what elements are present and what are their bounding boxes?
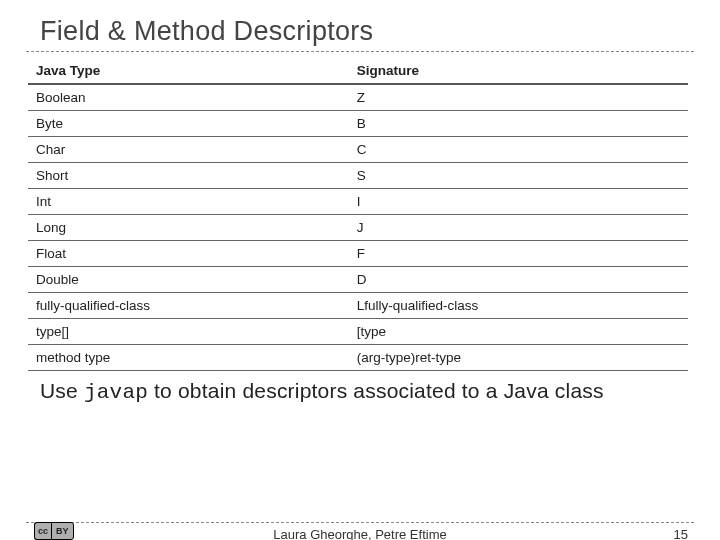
table-row: LongJ <box>28 215 688 241</box>
caption-suffix: to obtain descriptors associated to a Ja… <box>148 379 604 402</box>
caption: Use javap to obtain descriptors associat… <box>40 379 720 404</box>
col-java-type: Java Type <box>28 58 349 84</box>
table-row: ByteB <box>28 111 688 137</box>
footer-divider <box>26 522 694 523</box>
caption-code: javap <box>84 381 148 404</box>
table-row: DoubleD <box>28 267 688 293</box>
table-row: method type(arg-type)ret-type <box>28 345 688 371</box>
slide-title: Field & Method Descriptors <box>40 16 720 47</box>
table-row: CharC <box>28 137 688 163</box>
table-row: FloatF <box>28 241 688 267</box>
descriptor-table: Java Type Signature BooleanZ ByteB CharC… <box>28 58 688 371</box>
table-row: BooleanZ <box>28 84 688 111</box>
caption-prefix: Use <box>40 379 84 402</box>
table-row: IntI <box>28 189 688 215</box>
authors: Laura Gheorghe, Petre Eftime <box>0 527 720 540</box>
title-divider <box>26 51 694 52</box>
col-signature: Signature <box>349 58 688 84</box>
page-number: 15 <box>674 527 688 540</box>
table-row: fully-qualified-classLfully-qualified-cl… <box>28 293 688 319</box>
table-row: ShortS <box>28 163 688 189</box>
table-row: type[][type <box>28 319 688 345</box>
